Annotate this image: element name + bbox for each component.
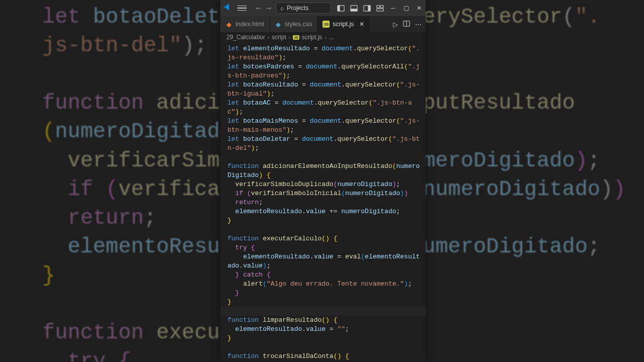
editor-tabs: ◆ index.html ◆ styles.css JS script.js ✕… [220, 16, 426, 32]
js-file-icon: JS [323, 21, 330, 28]
tab-close-icon[interactable]: ✕ [359, 21, 364, 28]
chevron-right-icon: › [268, 35, 269, 40]
svg-rect-8 [376, 9, 383, 11]
titlebar: ← → ⌕ Projects ─ ▢ ✕ [220, 0, 426, 16]
nav-back-icon[interactable]: ← [255, 4, 263, 13]
vscode-logo-icon [222, 3, 231, 14]
layout-secondary-sidebar-icon[interactable] [362, 4, 371, 12]
split-editor-icon[interactable] [403, 20, 410, 29]
code-line[interactable]: let botaoResultado = document.querySelec… [220, 80, 426, 99]
tab-label: styles.css [285, 21, 312, 28]
code-line[interactable]: function limparResultado() { [220, 316, 426, 325]
code-line[interactable]: elementoResultado.value = ""; [220, 325, 426, 334]
nav-forward-icon[interactable]: → [265, 4, 273, 13]
run-code-icon[interactable]: ▷ [393, 21, 398, 28]
code-line[interactable]: function adicionarElementoAoInputResulta… [220, 162, 426, 180]
code-line[interactable]: let botaoMaisMenos = document.querySelec… [220, 117, 426, 135]
customize-layout-icon[interactable] [375, 4, 384, 12]
code-line[interactable] [220, 343, 426, 352]
search-placeholder: Projects [287, 5, 308, 12]
window-close-icon[interactable]: ✕ [415, 5, 424, 12]
code-line[interactable]: } [220, 289, 426, 298]
code-line[interactable]: } [220, 216, 426, 225]
svg-rect-1 [337, 6, 340, 11]
tab-styles-css[interactable]: ◆ styles.css [270, 16, 317, 32]
layout-primary-sidebar-icon[interactable] [336, 4, 345, 12]
more-actions-icon[interactable]: ⋯ [415, 21, 422, 28]
chevron-right-icon: › [289, 35, 290, 40]
code-line[interactable]: let botoesPadroes = document.querySelect… [220, 62, 426, 80]
chevron-right-icon: › [325, 35, 326, 40]
code-line[interactable] [220, 225, 426, 234]
svg-rect-3 [350, 9, 357, 11]
code-line[interactable]: let elementoResultado = document.querySe… [220, 44, 426, 62]
breadcrumb-part: 29_Calculatior [226, 34, 265, 41]
command-center-search[interactable]: ⌕ Projects [276, 3, 331, 14]
breadcrumb-part: script.js [302, 34, 323, 41]
html-file-icon: ◆ [225, 21, 232, 28]
code-line[interactable]: } [220, 334, 426, 343]
breadcrumb[interactable]: 29_Calculatior › script › JS script.js ›… [220, 32, 426, 42]
code-line[interactable]: return; [220, 198, 426, 207]
code-line[interactable] [220, 153, 426, 162]
breadcrumb-part: script [272, 34, 286, 41]
code-line[interactable]: let botaoAC = document.querySelector(".j… [220, 99, 426, 117]
window-maximize-icon[interactable]: ▢ [401, 5, 411, 12]
code-editor[interactable]: let elementoResultado = document.querySe… [220, 42, 426, 362]
code-line[interactable] [220, 307, 426, 316]
code-line[interactable]: elementoResultado.value += numeroDigitad… [220, 207, 426, 216]
code-line[interactable]: elementoResultado.value = eval(elementoR… [220, 252, 426, 270]
window-minimize-icon[interactable]: ─ [388, 5, 397, 12]
svg-rect-6 [376, 6, 379, 8]
vscode-window: ← → ⌕ Projects ─ ▢ ✕ [220, 0, 426, 362]
code-line[interactable]: let botaoDeletar = document.querySelecto… [220, 135, 426, 153]
tab-index-html[interactable]: ◆ index.html [220, 16, 270, 32]
tab-label: script.js [333, 21, 354, 28]
code-line[interactable]: function executarCalculo() { [220, 234, 426, 243]
code-line[interactable]: verificarSimboloDuplicado(numeroDigitado… [220, 180, 426, 189]
code-line[interactable]: function trocarSinalDaConta() { [220, 352, 426, 361]
code-line[interactable]: if (verificarSimboloInicial(numeroDigita… [220, 189, 426, 198]
code-line[interactable]: alert("Algo deu errado. Tente novamente.… [220, 280, 426, 289]
search-icon: ⌕ [280, 5, 284, 12]
code-line[interactable]: try { [220, 243, 426, 252]
layout-panel-icon[interactable] [349, 4, 358, 12]
js-file-icon: JS [293, 35, 299, 40]
svg-rect-7 [380, 6, 383, 8]
code-line[interactable]: } [220, 298, 426, 307]
hamburger-menu-icon[interactable] [237, 4, 247, 13]
code-line[interactable]: } catch { [220, 270, 426, 280]
breadcrumb-part: ... [329, 34, 334, 41]
tab-label: index.html [235, 21, 264, 28]
css-file-icon: ◆ [275, 21, 282, 28]
svg-rect-5 [368, 6, 370, 11]
tab-script-js[interactable]: JS script.js ✕ [317, 16, 369, 32]
